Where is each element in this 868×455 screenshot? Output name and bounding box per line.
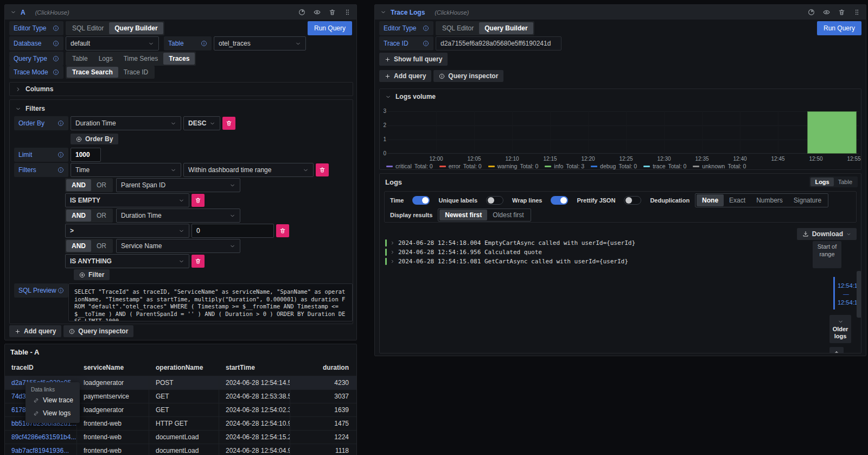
dedup-exact[interactable]: Exact — [724, 194, 751, 206]
remove-filter-button[interactable] — [316, 163, 329, 176]
info-icon[interactable] — [423, 25, 429, 31]
column-header-operation-name[interactable]: operationName — [149, 361, 219, 375]
add-filter-button[interactable]: Filter — [74, 269, 110, 280]
trash-icon[interactable] — [329, 9, 336, 16]
condition-operator-select[interactable]: IS ANYTHING — [65, 254, 189, 268]
older-logs-button[interactable]: Older logs — [829, 315, 851, 343]
query-type-time-series[interactable]: Time Series — [118, 53, 164, 65]
query-type-table[interactable]: Table — [67, 53, 93, 65]
query-inspector-button[interactable]: Query inspector — [63, 325, 133, 337]
download-button[interactable]: Download — [797, 228, 857, 240]
bool-or[interactable]: OR — [91, 179, 112, 191]
panel-collapse-icon[interactable] — [380, 9, 386, 15]
volume-bar-info[interactable] — [807, 111, 857, 154]
legend-item-warning[interactable]: warningTotal: 0 — [488, 163, 539, 169]
remove-condition-button[interactable] — [192, 194, 205, 207]
filter-field-select[interactable]: Time — [71, 163, 181, 177]
query-type-logs[interactable]: Logs — [93, 53, 118, 65]
editor-type-sql-editor[interactable]: SQL Editor — [67, 22, 109, 34]
remove-order-by-button[interactable] — [222, 117, 235, 130]
query-time-icon[interactable] — [808, 9, 815, 16]
unique-labels-toggle[interactable] — [486, 196, 503, 205]
panel-collapse-icon[interactable] — [10, 9, 16, 15]
legend-item-debug[interactable]: debugTotal: 0 — [591, 163, 637, 169]
bool-and[interactable]: AND — [66, 179, 91, 191]
remove-condition-button[interactable] — [192, 255, 205, 268]
add-query-button[interactable]: Add query — [379, 70, 431, 82]
add-query-button[interactable]: Add query — [9, 325, 61, 337]
dedup-signature[interactable]: Signature — [788, 194, 827, 206]
display-newest-first[interactable]: Newest first — [439, 210, 487, 220]
logs-scrollbar[interactable] — [857, 271, 861, 318]
table-row[interactable]: 89cf4286e631591b4...frontend-webdocument… — [5, 430, 356, 444]
trace-mode-search[interactable]: Trace Search — [67, 67, 118, 78]
editor-type-query-builder[interactable]: Query Builder — [109, 22, 163, 34]
trace-mode-id[interactable]: Trace ID — [118, 67, 154, 78]
run-query-button[interactable]: Run Query — [817, 21, 861, 35]
eye-icon[interactable] — [314, 9, 321, 16]
menu-item-view-trace[interactable]: View trace — [25, 394, 80, 407]
dedup-none[interactable]: None — [697, 194, 724, 206]
info-icon[interactable] — [201, 40, 207, 47]
log-row[interactable]: 2024-06-28 12:54:16.956 Calculated quote — [385, 248, 635, 257]
legend-item-info[interactable]: infoTotal: 3 — [545, 163, 584, 169]
show-full-query-button[interactable]: Show full query — [379, 53, 448, 66]
run-query-button[interactable]: Run Query — [308, 21, 352, 35]
editor-type-sql-editor[interactable]: SQL Editor — [437, 22, 479, 34]
prettify-json-toggle[interactable] — [624, 196, 641, 205]
info-icon[interactable] — [58, 120, 64, 127]
query-type-traces[interactable]: Traces — [163, 53, 195, 65]
column-header-start-time[interactable]: startTime — [219, 361, 290, 375]
bool-or[interactable]: OR — [91, 240, 112, 252]
display-oldest-first[interactable]: Oldest first — [487, 210, 529, 220]
condition-field-select[interactable]: Parent Span ID — [116, 178, 240, 192]
condition-value-input[interactable] — [192, 224, 274, 238]
info-icon[interactable] — [58, 167, 64, 173]
logs-volume-header[interactable]: Logs volume — [385, 93, 436, 100]
logs-view-table[interactable]: Table — [834, 178, 857, 186]
condition-operator-select[interactable]: > — [65, 224, 189, 238]
time-toggle[interactable] — [412, 196, 430, 205]
expand-chevron-icon[interactable] — [390, 250, 395, 255]
condition-field-select[interactable]: Service Name — [116, 239, 240, 253]
legend-item-trace[interactable]: traceTotal: 0 — [643, 163, 686, 169]
table-row[interactable]: 9ab7acf81941936...frontend-webdocumentLo… — [5, 444, 356, 455]
info-icon[interactable] — [423, 40, 429, 47]
logs-view-logs[interactable]: Logs — [810, 178, 833, 186]
bool-or[interactable]: OR — [91, 210, 112, 222]
wrap-lines-toggle[interactable] — [551, 196, 568, 205]
trace-id-link[interactable]: 9ab7acf81941936... — [11, 447, 69, 454]
remove-condition-button[interactable] — [276, 224, 289, 237]
dedup-numbers[interactable]: Numbers — [751, 194, 788, 206]
bool-and[interactable]: AND — [66, 210, 91, 222]
query-inspector-button[interactable]: Query inspector — [433, 70, 503, 82]
info-icon[interactable] — [58, 151, 64, 158]
column-header-duration[interactable]: duration — [290, 361, 356, 375]
drag-handle-icon[interactable] — [344, 9, 351, 16]
database-select[interactable]: default — [66, 36, 159, 50]
bool-and[interactable]: AND — [66, 240, 91, 252]
filters-section-header[interactable]: Filters — [15, 105, 45, 112]
info-icon[interactable] — [53, 40, 59, 47]
info-icon[interactable] — [53, 55, 59, 62]
add-order-by-button[interactable]: Order By — [71, 134, 118, 144]
query-time-icon[interactable] — [298, 9, 305, 16]
trace-id-link[interactable]: 89cf4286e631591b4... — [11, 433, 76, 441]
menu-item-view-logs[interactable]: View logs — [25, 407, 80, 420]
legend-item-error[interactable]: errorTotal: 0 — [439, 163, 482, 169]
info-icon[interactable] — [58, 287, 64, 294]
expand-chevron-icon[interactable] — [390, 241, 395, 245]
info-icon[interactable] — [53, 69, 59, 75]
order-by-direction-select[interactable]: DESC — [183, 116, 220, 130]
log-range-indicator[interactable] — [833, 277, 835, 309]
drag-handle-icon[interactable] — [853, 9, 860, 16]
log-row[interactable]: 2024-06-28 12:54:18.004 EmptyCartAsync c… — [385, 238, 635, 248]
order-by-field-select[interactable]: Duration Time — [71, 116, 181, 130]
condition-operator-select[interactable]: IS EMPTY — [65, 193, 189, 207]
info-icon[interactable] — [53, 25, 59, 31]
editor-type-query-builder[interactable]: Query Builder — [479, 22, 533, 34]
expand-chevron-icon[interactable] — [390, 259, 395, 264]
columns-section[interactable]: Columns — [9, 82, 353, 96]
filter-operator-select[interactable]: Within dashboard time range — [183, 163, 314, 177]
condition-field-select[interactable]: Duration Time — [116, 208, 240, 223]
